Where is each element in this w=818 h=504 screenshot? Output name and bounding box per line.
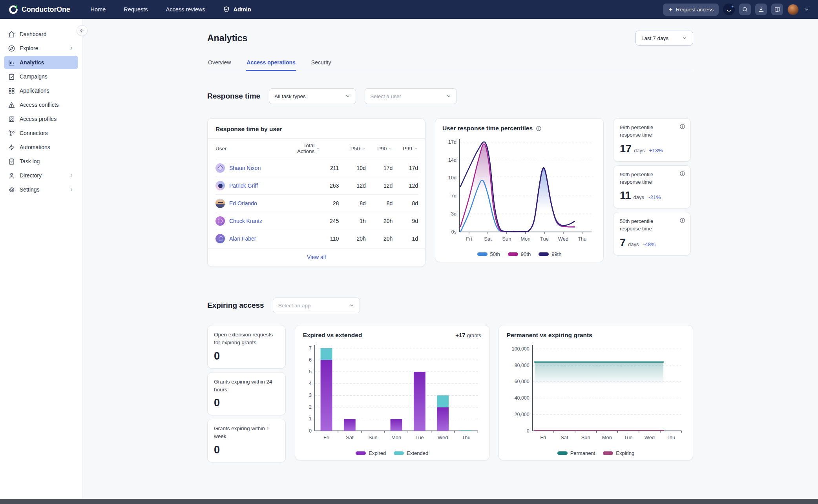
col-header-p90: P90 [377, 146, 387, 152]
svg-text:Mon: Mon [391, 435, 401, 440]
nav-link[interactable]: Home [91, 6, 106, 13]
sidebar-nav: Dashboard Explore Analytics [4, 27, 78, 196]
total-actions-value: 110 [292, 230, 339, 248]
stat-value: 17 [620, 143, 632, 155]
task-type-select[interactable]: All task types [269, 88, 356, 104]
sidebar-item[interactable]: Connectors [4, 126, 78, 140]
stat-label: 90th percentile response time [620, 171, 684, 186]
user-link[interactable]: Shaun Nixon [229, 165, 261, 171]
col-header-user: User [215, 146, 227, 152]
sidebar-item[interactable]: Task log [4, 155, 78, 168]
svg-text:Tue: Tue [540, 236, 549, 242]
legend-item: Extended [394, 450, 428, 456]
chevron-down-icon[interactable] [804, 7, 809, 12]
info-icon[interactable] [679, 124, 685, 130]
svg-text:Sat: Sat [484, 236, 492, 242]
chevron-right-icon [69, 187, 74, 192]
p99-value: 17d [393, 159, 418, 177]
conflicts-icon [8, 101, 15, 109]
sidebar-item[interactable]: Explore [4, 42, 78, 55]
book-icon [774, 6, 780, 13]
sidebar-item[interactable]: Access conflicts [4, 98, 78, 111]
sort-chevron-icon[interactable] [316, 146, 339, 151]
svg-text:Mon: Mon [602, 435, 612, 440]
svg-text:0: 0 [527, 428, 530, 434]
sidebar-item[interactable]: Dashboard [4, 27, 78, 41]
sort-chevron-icon[interactable] [388, 146, 393, 151]
sort-chevron-icon[interactable] [414, 146, 418, 151]
analytics-icon [8, 59, 15, 66]
sidebar-item[interactable]: Campaigns [4, 70, 78, 83]
user-link[interactable]: Patrick Griff [229, 183, 258, 189]
avatar [215, 181, 225, 190]
svg-text:0s: 0s [451, 229, 456, 235]
stat-delta: -48% [643, 241, 656, 247]
tabs: OverviewAccess operationsSecurity [207, 56, 693, 71]
sidebar-item[interactable]: Settings [4, 183, 78, 196]
download-button[interactable] [755, 4, 767, 15]
sidebar-item[interactable]: Directory [4, 169, 78, 182]
svg-text:7: 7 [309, 345, 312, 351]
card-title: Response time by user [208, 119, 425, 139]
svg-text:7d: 7d [451, 193, 456, 199]
shield-check-icon [223, 6, 230, 13]
view-all-link[interactable]: View all [307, 254, 326, 260]
docs-button[interactable] [771, 4, 783, 15]
sidebar-item[interactable]: Analytics [4, 56, 78, 69]
info-icon[interactable] [536, 126, 542, 131]
app-select[interactable]: Select an app [273, 298, 360, 313]
svg-text:Sun: Sun [581, 435, 590, 440]
sort-chevron-icon[interactable] [362, 146, 366, 151]
info-icon[interactable] [679, 217, 685, 223]
stat-card: 50th percentile response time 7 days -48… [613, 212, 691, 256]
tab[interactable]: Overview [207, 56, 232, 71]
user-link[interactable]: Alan Faber [229, 236, 256, 242]
chevron-down-icon [446, 93, 451, 99]
sidebar-collapse-button[interactable] [77, 25, 88, 36]
sparkle-icon: ✦ [731, 5, 734, 9]
sidebar-item[interactable]: Automations [4, 141, 78, 154]
p50-value: 8d [339, 195, 365, 212]
request-access-button[interactable]: Request access [663, 4, 719, 16]
search-button[interactable] [739, 4, 751, 15]
nav-link[interactable]: Access reviews [166, 6, 205, 13]
chart-title: User response time percentiles [442, 125, 533, 132]
automations-icon [8, 144, 15, 151]
tab[interactable]: Security [310, 56, 332, 71]
date-range-select[interactable]: Last 7 days [635, 31, 693, 46]
stat-card: Open extension requests for expiring gra… [207, 325, 286, 369]
svg-text:2: 2 [309, 404, 312, 410]
legend-swatch [557, 451, 568, 455]
nav-link[interactable]: Requests [124, 6, 148, 13]
user-select[interactable]: Select a user [365, 88, 457, 104]
p99-value: 8d [393, 195, 418, 212]
tab[interactable]: Access operations [246, 56, 296, 71]
user-link[interactable]: Ed Orlando [229, 200, 257, 206]
chevron-down-icon [682, 35, 687, 41]
download-icon [758, 6, 764, 13]
user-link[interactable]: Chuck Krantz [229, 218, 262, 224]
brand-logo[interactable]: ConductorOne [9, 5, 70, 14]
svg-text:20,000: 20,000 [515, 412, 530, 417]
sidebar-item[interactable]: Applications [4, 84, 78, 97]
legend-item: 99th [539, 251, 561, 257]
compass-icon [8, 45, 15, 52]
p50-value: 20h [339, 230, 365, 248]
assistant-button[interactable]: ✦ [723, 4, 735, 15]
svg-text:Wed: Wed [645, 435, 655, 440]
chevron-right-icon [69, 173, 74, 178]
info-icon[interactable] [679, 171, 685, 177]
nav-admin[interactable]: Admin [223, 6, 251, 13]
svg-text:Fri: Fri [540, 435, 546, 440]
p99-value: 1d [393, 230, 418, 248]
svg-text:1: 1 [309, 416, 312, 422]
svg-text:Thu: Thu [578, 236, 586, 242]
page-title: Analytics [207, 33, 247, 44]
legend-swatch [394, 451, 404, 455]
chart-title: Permanent vs expiring grants [507, 332, 592, 339]
svg-text:Wed: Wed [558, 236, 568, 242]
user-avatar[interactable] [787, 4, 799, 15]
sidebar-item[interactable]: Access profiles [4, 112, 78, 126]
p99-value: 9d [393, 212, 418, 230]
plus-icon [668, 7, 673, 12]
